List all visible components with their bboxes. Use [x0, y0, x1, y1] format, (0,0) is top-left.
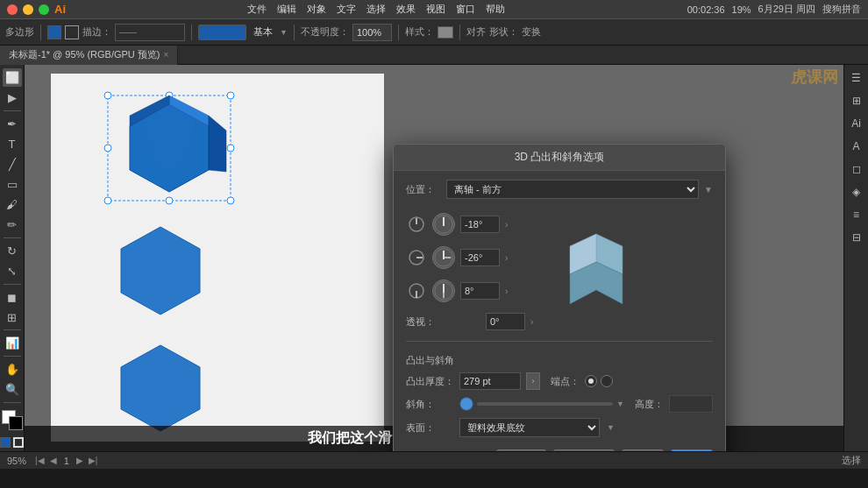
selection-tool[interactable]: ⬜ [3, 68, 22, 87]
surface-arrow[interactable]: ▼ [607, 423, 615, 432]
menu-window[interactable]: 窗口 [456, 3, 475, 16]
canvas-bg[interactable] [51, 74, 384, 442]
panel-type[interactable]: A [847, 137, 866, 156]
cancel-button[interactable]: 取消 [622, 449, 664, 451]
bevel-thumb[interactable] [459, 397, 473, 411]
document-tabs: 未标题-1* @ 95% (RGB/GPU 预览) × [0, 46, 868, 65]
panel-graphic-styles[interactable]: ≡ [847, 205, 866, 224]
doc-tab-close[interactable]: × [164, 50, 169, 60]
chart-tool[interactable]: 📊 [3, 334, 22, 352]
shape-label: 多边形 [5, 25, 34, 39]
extrude-depth-input[interactable] [459, 372, 521, 390]
hex-3d-selected[interactable] [103, 91, 235, 214]
rect-tool[interactable]: ▭ [3, 175, 22, 194]
sep5 [459, 25, 460, 40]
ok-button[interactable]: 确定 [671, 449, 713, 451]
stroke-icon[interactable] [13, 437, 24, 448]
more-button[interactable]: 更多选项 [553, 449, 615, 451]
sep4 [398, 25, 399, 40]
position-label: 位置： [406, 183, 441, 196]
status-label: 选择 [842, 454, 861, 467]
page-next[interactable]: ▶ [75, 456, 85, 465]
extrude-depth-arrow[interactable]: › [526, 372, 540, 390]
doc-tab[interactable]: 未标题-1* @ 95% (RGB/GPU 预览) × [0, 46, 178, 65]
line-tool[interactable]: ╱ [3, 155, 22, 173]
direct-select-tool[interactable]: ▶ [3, 88, 22, 107]
angle-dial-2[interactable] [432, 246, 455, 269]
fill-icon[interactable] [0, 437, 11, 448]
options-toolbar: 多边形 描边： —— 基本 ▼ 不透明度： 样式： 对齐 形状： 变换 [0, 19, 868, 46]
page-prev[interactable]: ◀ [48, 456, 59, 465]
shape-label2: 形状： [489, 25, 518, 39]
svg-point-3 [227, 92, 234, 99]
menu-select[interactable]: 选择 [366, 3, 386, 16]
menu-text[interactable]: 文字 [337, 3, 356, 16]
panel-align[interactable]: ⊟ [847, 228, 866, 247]
cap-label: 端点： [551, 375, 580, 388]
fullscreen-button[interactable] [39, 4, 49, 15]
pen-tool[interactable]: ✒ [3, 115, 22, 133]
menu-file[interactable]: 文件 [247, 3, 267, 16]
paintbrush-tool[interactable]: 🖌 [3, 195, 22, 214]
height-input[interactable] [669, 395, 713, 413]
angle3-input[interactable] [460, 282, 500, 300]
menu-help[interactable]: 帮助 [486, 3, 505, 16]
minimize-button[interactable] [23, 4, 33, 15]
cap-off-radio[interactable] [601, 375, 613, 387]
panel-properties[interactable]: ⊞ [847, 91, 866, 110]
sep2 [191, 25, 192, 40]
page-first[interactable]: |◀ [33, 456, 46, 465]
perspective-input[interactable] [486, 313, 525, 330]
bevel-dropdown[interactable]: ▼ [616, 400, 624, 408]
rotate-tool[interactable]: ↻ [3, 242, 22, 260]
panel-transform[interactable]: ◻ [847, 159, 866, 179]
angle-dial-1[interactable] [432, 213, 455, 236]
paste-button[interactable]: 贴图... [496, 449, 546, 451]
gradient-tool[interactable]: ◼ [3, 288, 22, 307]
sep1 [40, 25, 41, 40]
stroke-swatch[interactable] [65, 25, 79, 39]
panel-libraries[interactable]: Ai [847, 114, 866, 133]
style-swatch[interactable] [438, 26, 453, 39]
color-swatches[interactable] [2, 410, 23, 430]
align-label: 对齐 [466, 25, 486, 39]
hand-tool[interactable]: ✋ [3, 360, 22, 378]
menu-effect[interactable]: 效果 [396, 3, 416, 16]
menu-object[interactable]: 对象 [307, 3, 326, 16]
close-button[interactable] [7, 4, 18, 15]
dropdown-arrow[interactable]: ▼ [280, 28, 288, 37]
height-label: 高度： [635, 398, 664, 411]
fill-swatch[interactable] [47, 25, 61, 39]
page-last[interactable]: ▶| [87, 456, 100, 465]
surface-select[interactable]: 塑料效果底纹 [459, 418, 600, 437]
angle1-input[interactable] [460, 216, 500, 233]
angles-panel: › [406, 206, 533, 336]
transform-label: 变换 [522, 25, 541, 39]
menu-view[interactable]: 视图 [426, 3, 445, 16]
scale-tool[interactable]: ⤡ [3, 262, 22, 280]
angle-dial-3[interactable] [432, 279, 455, 302]
dialog-3d: 3D 凸出和斜角选项 位置： 离轴 - 前方 ▼ [393, 144, 726, 451]
menu-edit[interactable]: 编辑 [277, 3, 296, 16]
hex-flat-middle[interactable] [103, 223, 217, 328]
pencil-tool[interactable]: ✏ [3, 216, 22, 234]
title-bar: Ai 文件 编辑 对象 文字 选择 效果 视图 窗口 帮助 00:02:36 1… [0, 0, 868, 19]
zoom-tool[interactable]: 🔍 [3, 380, 22, 399]
panel-appearance[interactable]: ◈ [847, 182, 866, 202]
fill-stroke-icons [0, 437, 24, 448]
stroke-selector[interactable]: —— [115, 24, 185, 41]
cap-on-radio[interactable] [585, 375, 597, 387]
position-dropdown[interactable]: ▼ [704, 185, 713, 194]
position-select[interactable]: 离轴 - 前方 [446, 180, 699, 199]
opacity-input[interactable] [352, 24, 392, 41]
bevel-row: 斜角： ▼ 高度： [406, 395, 713, 413]
bevel-track[interactable] [477, 402, 613, 406]
panel-layers[interactable]: ☰ [847, 68, 866, 88]
type-tool[interactable]: T [3, 135, 22, 153]
traffic-lights[interactable] [7, 4, 49, 15]
mesh-tool[interactable]: ⊞ [3, 308, 22, 327]
svg-point-8 [227, 197, 234, 204]
angle2-input[interactable] [460, 249, 500, 266]
angle-icon-2 [406, 247, 427, 268]
hex-flat-bottom[interactable] [108, 341, 213, 437]
